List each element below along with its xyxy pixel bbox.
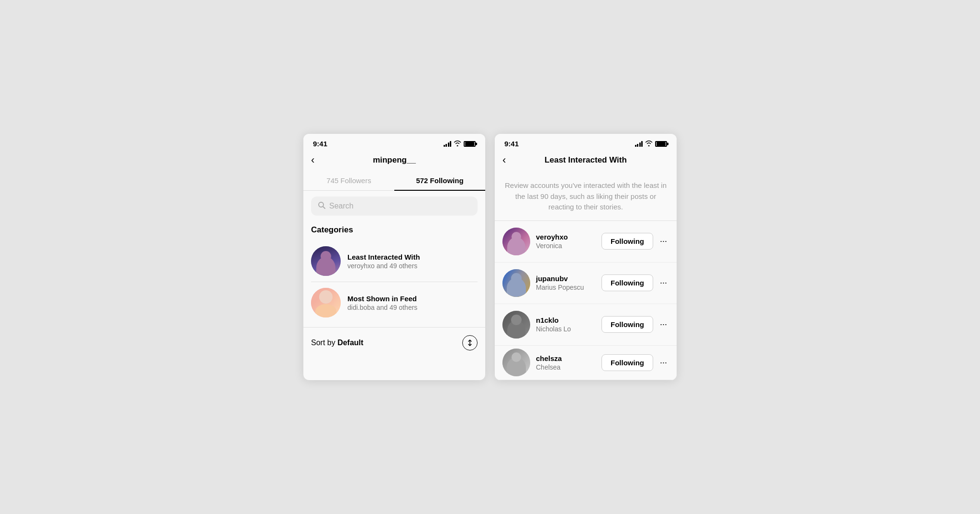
avatar-n1cklo xyxy=(502,311,530,339)
svg-line-1 xyxy=(323,207,325,208)
fullname-n1cklo: Nicholas Lo xyxy=(536,325,596,333)
tab-following[interactable]: 572 Following xyxy=(394,171,485,190)
category-name-most: Most Shown in Feed xyxy=(347,295,478,303)
avatar-chelsza xyxy=(502,349,530,376)
status-icons-left xyxy=(444,140,476,148)
fullname-jupanubv: Marius Popescu xyxy=(536,284,596,291)
status-icons-right xyxy=(635,140,668,148)
category-info-most: Most Shown in Feed didi.boba and 49 othe… xyxy=(347,295,478,311)
back-button-left[interactable]: ‹ xyxy=(311,154,314,166)
following-button-veroyhxo[interactable]: Following xyxy=(601,233,653,250)
category-sub-least: veroyhxo and 49 others xyxy=(347,262,478,270)
description-box: Review accounts you've interacted with t… xyxy=(495,171,677,221)
user-actions-jupanubv: Following ··· xyxy=(601,274,669,291)
username-veroyhxo: veroyhxo xyxy=(536,233,596,241)
following-button-chelsza[interactable]: Following xyxy=(601,354,653,371)
category-avatar-least xyxy=(311,246,341,276)
tabs-container: 745 Followers 572 Following xyxy=(303,171,485,191)
screen-following: 9:41 xyxy=(303,134,485,380)
user-info-veroyhxo: veroyhxo Veronica xyxy=(536,233,596,250)
user-item-chelsza: chelsza Chelsea Following ··· xyxy=(495,346,677,380)
user-item-n1cklo: n1cklo Nicholas Lo Following ··· xyxy=(495,304,677,346)
fullname-veroyhxo: Veronica xyxy=(536,242,596,250)
more-button-jupanubv[interactable]: ··· xyxy=(658,276,669,290)
header-right: ‹ Least Interacted With xyxy=(495,152,677,171)
category-avatar-most xyxy=(311,288,341,317)
status-time-left: 9:41 xyxy=(313,140,327,148)
screen-least-interacted: 9:41 xyxy=(495,134,677,380)
following-button-n1cklo[interactable]: Following xyxy=(601,316,653,333)
more-button-n1cklo[interactable]: ··· xyxy=(658,317,669,331)
page-title-left: minpeng__ xyxy=(373,155,416,165)
back-button-right[interactable]: ‹ xyxy=(502,154,506,166)
user-actions-chelsza: Following ··· xyxy=(601,354,669,371)
signal-icon-left xyxy=(444,141,452,147)
fullname-chelsza: Chelsea xyxy=(536,363,596,371)
categories-section-label: Categories xyxy=(303,221,485,241)
category-item-least[interactable]: Least Interacted With veroyhxo and 49 ot… xyxy=(303,241,485,282)
category-name-least: Least Interacted With xyxy=(347,253,478,261)
battery-icon-left xyxy=(464,141,476,147)
sort-bar: Sort by Default xyxy=(303,327,485,358)
status-bar-right: 9:41 xyxy=(495,134,677,152)
avatar-veroyhxo xyxy=(502,228,530,255)
status-bar-left: 9:41 xyxy=(303,134,485,152)
description-text: Review accounts you've interacted with t… xyxy=(502,180,669,213)
battery-icon-right xyxy=(655,141,667,147)
wifi-icon-left xyxy=(454,140,461,148)
user-actions-n1cklo: Following ··· xyxy=(601,316,669,333)
header-left: ‹ minpeng__ xyxy=(303,152,485,171)
status-time-right: 9:41 xyxy=(504,140,519,148)
username-chelsza: chelsza xyxy=(536,354,596,362)
user-list: veroyhxo Veronica Following ··· jupa xyxy=(495,221,677,380)
sort-text: Sort by Default xyxy=(311,339,363,347)
user-item-jupanubv: jupanubv Marius Popescu Following ··· xyxy=(495,262,677,304)
more-button-veroyhxo[interactable]: ··· xyxy=(658,234,669,248)
avatar-jupanubv xyxy=(502,269,530,297)
category-info-least: Least Interacted With veroyhxo and 49 ot… xyxy=(347,253,478,270)
user-info-n1cklo: n1cklo Nicholas Lo xyxy=(536,316,596,333)
user-info-chelsza: chelsza Chelsea xyxy=(536,354,596,371)
tab-followers[interactable]: 745 Followers xyxy=(303,171,394,190)
more-button-chelsza[interactable]: ··· xyxy=(658,356,669,370)
signal-icon-right xyxy=(635,141,643,147)
user-info-jupanubv: jupanubv Marius Popescu xyxy=(536,274,596,291)
search-icon xyxy=(318,201,325,211)
user-actions-veroyhxo: Following ··· xyxy=(601,233,669,250)
page-title-right: Least Interacted With xyxy=(545,155,627,165)
wifi-icon-right xyxy=(645,140,653,148)
screens-container: 9:41 xyxy=(294,124,686,390)
following-button-jupanubv[interactable]: Following xyxy=(601,274,653,291)
search-box[interactable]: Search xyxy=(311,197,478,216)
username-n1cklo: n1cklo xyxy=(536,316,596,324)
category-item-most[interactable]: Most Shown in Feed didi.boba and 49 othe… xyxy=(303,282,485,323)
search-container: Search xyxy=(303,191,485,221)
user-item-veroyhxo: veroyhxo Veronica Following ··· xyxy=(495,221,677,262)
category-sub-most: didi.boba and 49 others xyxy=(347,304,478,311)
username-jupanubv: jupanubv xyxy=(536,274,596,283)
search-placeholder: Search xyxy=(329,202,354,210)
sort-toggle-button[interactable] xyxy=(462,335,478,350)
